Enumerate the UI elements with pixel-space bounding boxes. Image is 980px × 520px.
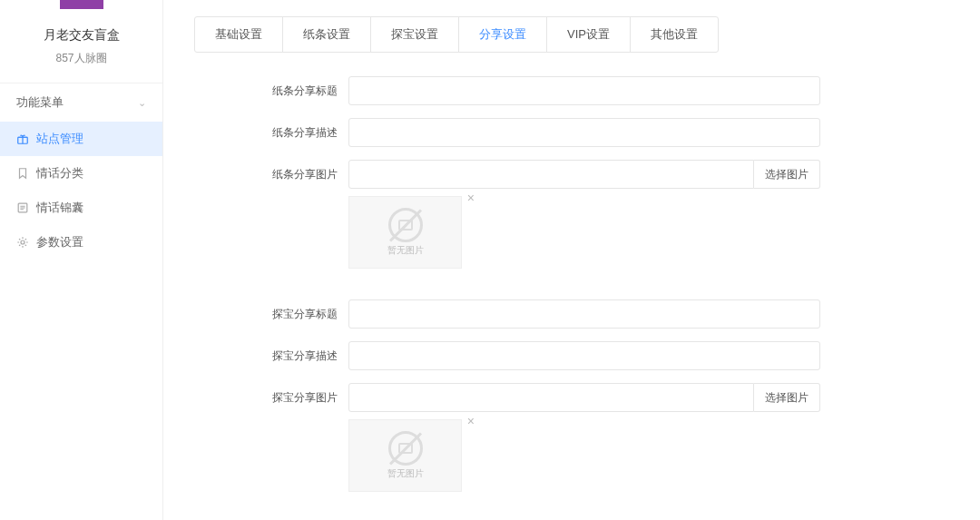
app-title: 月老交友盲盒 bbox=[0, 27, 162, 44]
treasure-share-title-input[interactable] bbox=[348, 299, 820, 329]
tab-share[interactable]: 分享设置 bbox=[459, 17, 547, 52]
sidebar-item-site-manage[interactable]: 站点管理 bbox=[0, 122, 162, 156]
sidebar-item-label: 站点管理 bbox=[36, 131, 83, 147]
form-label: 探宝分享标题 bbox=[194, 299, 348, 329]
app-subtitle: 857人脉圈 bbox=[0, 51, 162, 66]
share-settings-form: 纸条分享标题 纸条分享描述 纸条分享图片 选择图片 暂无图 bbox=[194, 76, 949, 520]
image-placeholder: 暂无图片 bbox=[348, 419, 462, 492]
gear-icon bbox=[16, 236, 29, 249]
form-row-treasure-share-image: 探宝分享图片 选择图片 暂无图片 × bbox=[194, 383, 949, 492]
form-row-note-share-image: 纸条分享图片 选择图片 暂无图片 × bbox=[194, 160, 949, 269]
sidebar-item-label: 情话分类 bbox=[36, 165, 83, 182]
image-thumbnail-container: 暂无图片 × bbox=[348, 196, 462, 269]
tab-treasure[interactable]: 探宝设置 bbox=[371, 17, 459, 52]
app-logo bbox=[60, 0, 103, 9]
form-label: 探宝分享图片 bbox=[194, 383, 348, 412]
gift-icon bbox=[16, 132, 29, 145]
main-content: 基础设置 纸条设置 探宝设置 分享设置 VIP设置 其他设置 纸条分享标题 纸条… bbox=[163, 0, 980, 520]
form-row-note-share-title: 纸条分享标题 bbox=[194, 76, 949, 105]
chevron-down-icon: ⌄ bbox=[138, 97, 146, 109]
select-image-button[interactable]: 选择图片 bbox=[754, 383, 820, 412]
tab-basic[interactable]: 基础设置 bbox=[195, 17, 283, 52]
no-image-text: 暂无图片 bbox=[387, 467, 424, 480]
note-share-desc-input[interactable] bbox=[348, 118, 820, 147]
note-share-image-input[interactable] bbox=[348, 160, 754, 189]
form-row-treasure-share-desc: 探宝分享描述 bbox=[194, 341, 949, 370]
close-icon[interactable]: × bbox=[467, 414, 475, 428]
list-icon bbox=[16, 201, 29, 214]
tab-vip[interactable]: VIP设置 bbox=[547, 17, 631, 52]
sidebar-item-param-settings[interactable]: 参数设置 bbox=[0, 225, 162, 260]
treasure-share-image-input[interactable] bbox=[348, 383, 754, 412]
menu-group-label: 功能菜单 bbox=[16, 94, 64, 111]
image-thumbnail-container: 暂无图片 × bbox=[348, 419, 462, 492]
form-label: 探宝分享描述 bbox=[194, 341, 348, 370]
menu-group-functions[interactable]: 功能菜单 ⌄ bbox=[0, 83, 162, 122]
app-container: 月老交友盲盒 857人脉圈 功能菜单 ⌄ 站点管理 情话分类 情话锦囊 bbox=[0, 0, 980, 520]
no-image-text: 暂无图片 bbox=[387, 244, 424, 257]
form-label: 纸条分享标题 bbox=[194, 76, 348, 105]
sidebar-item-love-category[interactable]: 情话分类 bbox=[0, 156, 162, 191]
sidebar-item-love-tips[interactable]: 情话锦囊 bbox=[0, 191, 162, 225]
settings-tabs: 基础设置 纸条设置 探宝设置 分享设置 VIP设置 其他设置 bbox=[194, 16, 719, 53]
note-share-title-input[interactable] bbox=[348, 76, 820, 105]
close-icon[interactable]: × bbox=[467, 191, 475, 205]
tab-other[interactable]: 其他设置 bbox=[631, 17, 718, 52]
sidebar: 月老交友盲盒 857人脉圈 功能菜单 ⌄ 站点管理 情话分类 情话锦囊 bbox=[0, 0, 163, 520]
no-image-icon bbox=[388, 208, 423, 242]
image-placeholder: 暂无图片 bbox=[348, 196, 462, 269]
svg-point-2 bbox=[21, 240, 24, 244]
bookmark-icon bbox=[16, 167, 29, 180]
form-label: 纸条分享图片 bbox=[194, 160, 348, 189]
tab-note[interactable]: 纸条设置 bbox=[283, 17, 371, 52]
sidebar-item-label: 参数设置 bbox=[36, 234, 83, 250]
no-image-icon bbox=[388, 431, 423, 466]
form-row-treasure-share-title: 探宝分享标题 bbox=[194, 299, 949, 329]
form-row-note-share-desc: 纸条分享描述 bbox=[194, 118, 949, 147]
sidebar-item-label: 情话锦囊 bbox=[36, 200, 83, 216]
select-image-button[interactable]: 选择图片 bbox=[754, 160, 820, 189]
form-label: 纸条分享描述 bbox=[194, 118, 348, 147]
treasure-share-desc-input[interactable] bbox=[348, 341, 820, 370]
